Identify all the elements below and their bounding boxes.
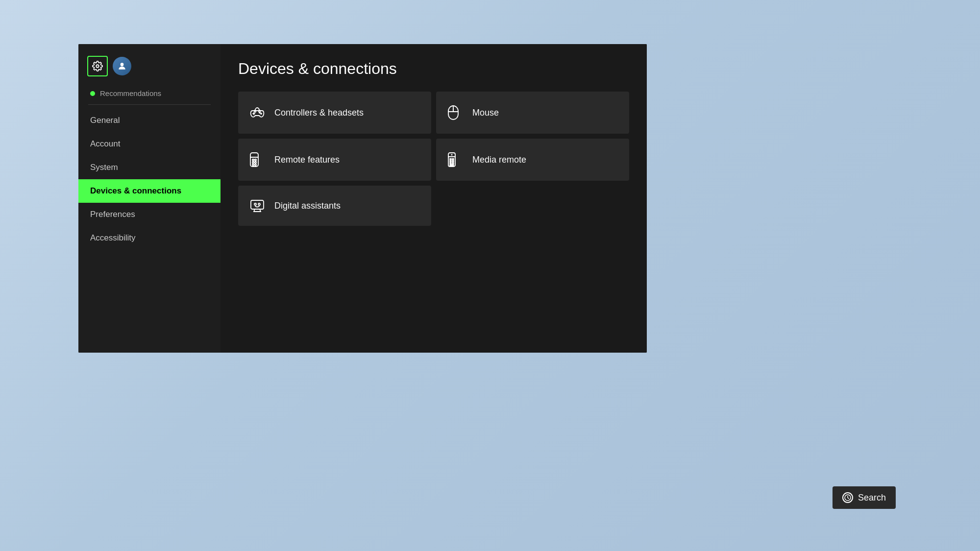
svg-rect-26 xyxy=(450,163,451,164)
mouse-label: Mouse xyxy=(472,108,499,118)
svg-rect-25 xyxy=(452,161,454,162)
general-label: General xyxy=(90,116,120,125)
grid-item-mouse[interactable]: Mouse xyxy=(436,92,629,134)
svg-rect-22 xyxy=(450,159,451,160)
media-remote-label: Media remote xyxy=(472,155,526,165)
search-button[interactable]: Search xyxy=(833,486,896,509)
main-content: Devices & connections xyxy=(220,44,647,353)
search-label: Search xyxy=(858,493,886,503)
devices-grid: Controllers & headsets Mouse xyxy=(238,92,629,226)
grid-item-controllers[interactable]: Controllers & headsets xyxy=(238,92,431,134)
svg-rect-6 xyxy=(254,110,256,112)
sidebar-item-accessibility[interactable]: Accessibility xyxy=(78,226,220,250)
svg-rect-18 xyxy=(255,164,256,166)
grid-item-remote[interactable]: Remote features xyxy=(238,139,431,181)
system-label: System xyxy=(90,163,118,172)
sidebar-item-account[interactable]: Account xyxy=(78,132,220,156)
svg-point-5 xyxy=(261,113,262,114)
svg-point-21 xyxy=(451,154,453,156)
svg-rect-29 xyxy=(251,200,264,209)
mouse-icon xyxy=(448,105,464,120)
svg-rect-13 xyxy=(252,159,254,161)
green-dot-indicator xyxy=(90,91,95,96)
svg-point-0 xyxy=(96,65,99,68)
controller-icon xyxy=(250,107,266,119)
avatar-icon[interactable] xyxy=(113,57,131,75)
search-button-icon xyxy=(842,492,853,503)
svg-rect-17 xyxy=(252,164,254,166)
sidebar-item-recommendations[interactable]: Recommendations xyxy=(78,84,220,104)
settings-window: Recommendations General Account System D… xyxy=(78,44,647,353)
svg-rect-14 xyxy=(255,159,256,161)
sidebar-item-general[interactable]: General xyxy=(78,109,220,132)
controllers-label: Controllers & headsets xyxy=(274,108,364,118)
sidebar-divider xyxy=(88,104,211,105)
sidebar-item-system[interactable]: System xyxy=(78,156,220,179)
svg-rect-28 xyxy=(450,165,454,166)
devices-label: Devices & connections xyxy=(90,186,181,196)
svg-rect-16 xyxy=(255,162,256,163)
grid-item-digital-assistants[interactable]: Digital assistants xyxy=(238,186,431,226)
digital-assistants-icon xyxy=(250,199,266,212)
svg-point-31 xyxy=(254,203,256,205)
svg-rect-15 xyxy=(252,162,254,163)
sidebar-item-devices[interactable]: Devices & connections xyxy=(78,179,220,203)
account-label: Account xyxy=(90,139,120,149)
sidebar-header xyxy=(78,44,220,84)
svg-rect-7 xyxy=(259,110,260,112)
remote-icon xyxy=(250,152,266,167)
accessibility-label: Accessibility xyxy=(90,233,136,243)
svg-point-32 xyxy=(258,203,260,205)
svg-rect-27 xyxy=(452,163,454,164)
recommendations-label: Recommendations xyxy=(100,89,161,97)
svg-rect-23 xyxy=(452,159,454,160)
grid-item-media-remote[interactable]: Media remote xyxy=(436,139,629,181)
sidebar: Recommendations General Account System D… xyxy=(78,44,220,353)
sidebar-item-preferences[interactable]: Preferences xyxy=(78,203,220,226)
settings-icon-box[interactable] xyxy=(87,56,108,76)
remote-label: Remote features xyxy=(274,155,340,165)
svg-rect-24 xyxy=(450,161,451,162)
preferences-label: Preferences xyxy=(90,210,135,219)
media-remote-icon xyxy=(448,152,464,167)
digital-assistants-label: Digital assistants xyxy=(274,201,341,211)
page-title: Devices & connections xyxy=(238,60,629,78)
svg-point-1 xyxy=(121,63,124,66)
svg-rect-11 xyxy=(250,153,258,167)
